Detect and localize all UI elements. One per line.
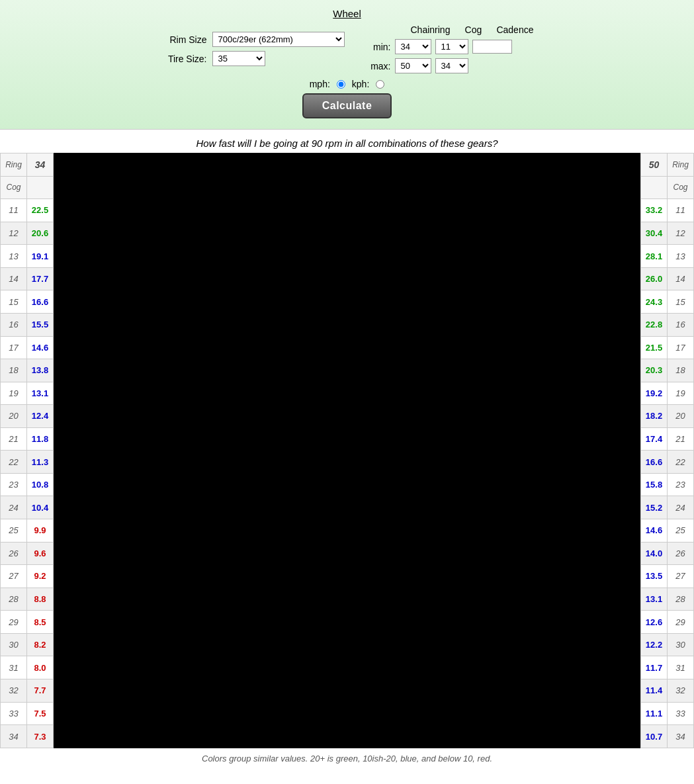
table-row: 11.432 — [641, 679, 694, 702]
table-row: 11.731 — [641, 656, 694, 679]
tire-label: Tire Size: — [161, 54, 207, 64]
table-row: 318.0 — [1, 656, 54, 679]
table-row: 288.8 — [1, 588, 54, 611]
gear-chart — [54, 153, 640, 748]
table-row: 337.5 — [1, 702, 54, 725]
right-header-row: Chainring Cog Cadence — [365, 24, 534, 35]
table-row: 1319.1 — [1, 245, 54, 268]
table-row: 279.2 — [1, 565, 54, 588]
left-ring-value: 34 — [27, 153, 54, 177]
subtitle: How fast will I be going at 90 rpm in al… — [0, 130, 694, 153]
right-ring-header: Ring — [668, 153, 694, 177]
kph-label: kph: — [352, 79, 369, 89]
table-row: 14.625 — [641, 519, 694, 543]
footer-note: Colors group similar values. 20+ is gree… — [0, 748, 694, 766]
table-row: 22.816 — [641, 313, 694, 336]
wheel-title: Wheel — [13, 8, 681, 19]
right-gear-table: 50 Ring Cog 33.211 30.412 28.113 26.014 … — [640, 153, 694, 748]
main-table-area: Ring 34 Cog 1122.5 1220.6 1319.1 1417.7 … — [0, 153, 694, 748]
table-row: 26.014 — [641, 267, 694, 290]
table-row: 259.9 — [1, 519, 54, 543]
max-label: max: — [365, 61, 391, 71]
table-row: 15.224 — [641, 496, 694, 519]
table-row: 2410.4 — [1, 496, 54, 519]
table-row: 10.734 — [641, 725, 694, 748]
right-header-cog-row: Cog — [641, 176, 694, 199]
cog-header: Cog — [456, 24, 490, 35]
table-row: 28.113 — [641, 245, 694, 268]
table-row: 1913.1 — [1, 382, 54, 405]
min-label: min: — [365, 42, 391, 52]
table-row: 2211.3 — [1, 451, 54, 474]
table-row: 30.412 — [641, 222, 694, 245]
left-cog-header: Cog — [1, 176, 27, 199]
table-row: 2111.8 — [1, 427, 54, 451]
chainring-max-select[interactable]: 50444852 — [395, 58, 431, 73]
table-row: 1516.6 — [1, 290, 54, 314]
table-row: 33.211 — [641, 199, 694, 222]
mph-radio[interactable] — [337, 80, 345, 89]
right-header-ring-row: 50 Ring — [641, 153, 694, 177]
table-row: 13.128 — [641, 588, 694, 611]
table-row: 2012.4 — [1, 405, 54, 428]
header-section: Wheel Rim Size 700c/29er (622mm) 650b/27… — [0, 0, 694, 130]
min-row: min: 34363840 11121314 90 — [365, 39, 534, 54]
table-row: 21.517 — [641, 336, 694, 359]
table-row: 12.629 — [641, 611, 694, 634]
mph-label: mph: — [310, 79, 330, 89]
max-row: max: 50444852 34283032 — [365, 58, 534, 73]
table-row: 1417.7 — [1, 267, 54, 290]
right-cog-header-blank — [641, 176, 668, 199]
unit-radio-row: mph: kph: — [13, 79, 681, 89]
chainring-header: Chainring — [411, 24, 451, 35]
table-row: 15.823 — [641, 473, 694, 496]
tire-select[interactable]: 35 23 25 28 32 38 — [212, 51, 265, 66]
table-row: 1122.5 — [1, 199, 54, 222]
rim-select[interactable]: 700c/29er (622mm) 650b/27.5 (584mm) 26in… — [212, 32, 345, 47]
chainring-min-select[interactable]: 34363840 — [395, 39, 431, 54]
right-cog-header: Cog — [668, 176, 694, 199]
rim-label: Rim Size — [161, 34, 207, 45]
table-row: 1220.6 — [1, 222, 54, 245]
cadence-header: Cadence — [496, 24, 533, 35]
table-row: 347.3 — [1, 725, 54, 748]
table-row: 18.220 — [641, 405, 694, 428]
table-row: 11.133 — [641, 702, 694, 725]
table-row: 1714.6 — [1, 336, 54, 359]
table-row: 17.421 — [641, 427, 694, 451]
table-row: 308.2 — [1, 633, 54, 656]
table-row: 298.5 — [1, 611, 54, 634]
right-ring-value: 50 — [641, 153, 668, 177]
table-row: 12.230 — [641, 633, 694, 656]
table-row: 24.315 — [641, 290, 694, 314]
left-header-cog-row: Cog — [1, 176, 54, 199]
table-row: 1813.8 — [1, 359, 54, 382]
left-header-ring-row: Ring 34 — [1, 153, 54, 177]
left-controls: Rim Size 700c/29er (622mm) 650b/27.5 (58… — [161, 32, 345, 66]
cadence-input[interactable]: 90 — [472, 40, 512, 54]
controls-row: Rim Size 700c/29er (622mm) 650b/27.5 (58… — [13, 24, 681, 73]
table-row: 14.026 — [641, 542, 694, 565]
table-row: 327.7 — [1, 679, 54, 702]
table-row: 20.318 — [641, 359, 694, 382]
table-row: 2310.8 — [1, 473, 54, 496]
tire-size-row: Tire Size: 35 23 25 28 32 38 — [161, 51, 345, 66]
cog-min-select[interactable]: 11121314 — [435, 39, 468, 54]
kph-radio[interactable] — [376, 80, 384, 89]
table-row: 19.219 — [641, 382, 694, 405]
table-row: 16.622 — [641, 451, 694, 474]
rim-size-row: Rim Size 700c/29er (622mm) 650b/27.5 (58… — [161, 32, 345, 47]
table-row: 1615.5 — [1, 313, 54, 336]
cog-max-select[interactable]: 34283032 — [435, 58, 468, 73]
table-row: 13.527 — [641, 565, 694, 588]
calculate-button[interactable]: Calculate — [302, 93, 392, 118]
left-cog-header-blank — [27, 176, 54, 199]
left-ring-header: Ring — [1, 153, 27, 177]
left-gear-table: Ring 34 Cog 1122.5 1220.6 1319.1 1417.7 … — [0, 153, 54, 748]
table-row: 269.6 — [1, 542, 54, 565]
right-controls: Chainring Cog Cadence min: 34363840 1112… — [365, 24, 534, 73]
